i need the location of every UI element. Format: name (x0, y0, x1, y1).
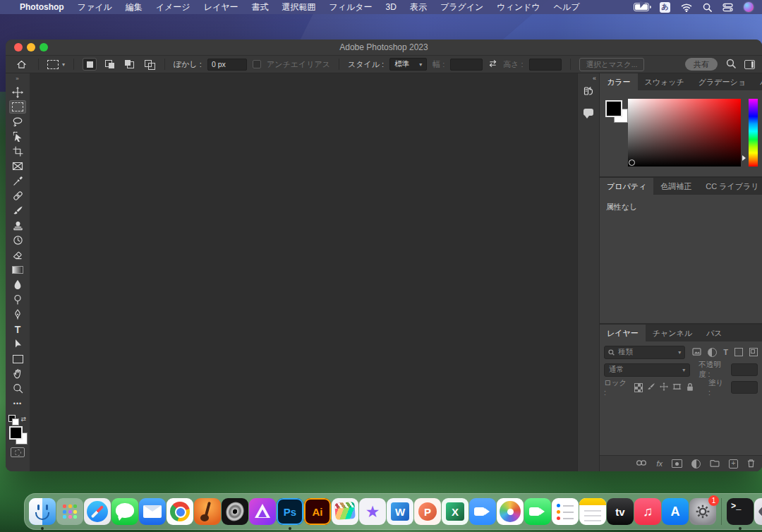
history-brush-tool[interactable] (9, 234, 26, 247)
dock-finder[interactable] (29, 498, 56, 525)
menu-help[interactable]: ヘルプ (554, 1, 580, 13)
dock-facetime[interactable] (524, 498, 551, 525)
panel-foreground-swatch[interactable] (605, 100, 622, 117)
window-titlebar[interactable]: Adobe Photoshop 2023 (6, 40, 762, 56)
tab-paths[interactable]: パス (699, 325, 730, 341)
lasso-tool[interactable] (9, 115, 26, 128)
workspace-switcher-icon[interactable] (744, 60, 755, 69)
expand-panels-button[interactable]: « (593, 75, 595, 82)
lock-all-icon[interactable] (686, 382, 694, 393)
spot-healing-brush-tool[interactable] (9, 189, 26, 202)
dodge-tool[interactable] (9, 293, 26, 306)
filter-pixel-layers-icon[interactable] (692, 348, 701, 357)
new-group-icon[interactable] (710, 459, 720, 468)
dock-safari[interactable] (84, 498, 111, 525)
blend-mode-dropdown[interactable]: 通常▾ (604, 363, 690, 377)
edit-toolbar-button[interactable]: ••• (9, 397, 26, 410)
dock-notes[interactable] (579, 498, 606, 525)
dock-final-cut-pro[interactable] (332, 498, 358, 525)
dock-app-store[interactable]: A (662, 498, 689, 525)
crop-tool[interactable] (9, 145, 26, 158)
home-button[interactable] (13, 58, 30, 71)
battery-icon[interactable] (634, 3, 649, 11)
new-layer-icon[interactable]: + (729, 459, 738, 468)
subtract-from-selection-mode[interactable] (122, 58, 136, 71)
dock-imovie[interactable]: ★ (359, 498, 386, 525)
menu-type[interactable]: 書式 (251, 1, 268, 13)
opacity-input[interactable] (731, 363, 758, 376)
dock-terminal[interactable]: >_ (727, 498, 754, 525)
tab-properties[interactable]: プロパティ (600, 178, 653, 195)
siri-icon[interactable] (744, 2, 754, 12)
zoom-tool[interactable] (9, 382, 26, 395)
antialias-checkbox[interactable] (253, 60, 261, 68)
new-adjustment-layer-icon[interactable] (691, 459, 701, 468)
swap-width-height-icon[interactable] (488, 59, 497, 69)
dock-illustrator[interactable]: Ai (304, 498, 331, 525)
dock-disc-app[interactable] (222, 498, 248, 525)
share-button[interactable]: 共有 (685, 58, 718, 71)
tab-adjustments[interactable]: 色調補正 (653, 178, 698, 195)
color-field-marker[interactable] (629, 159, 635, 166)
menu-edit[interactable]: 編集 (126, 1, 143, 13)
tab-gradients[interactable]: グラデーショ (691, 73, 753, 90)
gradient-tool[interactable] (9, 263, 26, 277)
search-icon[interactable] (703, 3, 712, 12)
width-input[interactable] (450, 59, 483, 71)
tab-color[interactable]: カラー (600, 73, 638, 90)
menu-plugins[interactable]: プラグイン (440, 1, 483, 13)
frame-tool[interactable] (9, 159, 26, 173)
add-to-selection-mode[interactable] (102, 58, 116, 71)
dock-affinity-photo[interactable] (249, 498, 276, 525)
color-field[interactable] (628, 99, 741, 167)
filter-smart-objects-icon[interactable] (749, 348, 758, 356)
layer-filter-search[interactable]: 種類▾ (604, 346, 685, 359)
menu-file[interactable]: ファイル (78, 1, 112, 13)
filter-adjustment-layers-icon[interactable] (708, 348, 717, 357)
object-selection-tool[interactable] (9, 130, 26, 143)
dock-mail[interactable] (139, 498, 166, 525)
lock-position-icon[interactable] (660, 382, 668, 392)
height-input[interactable] (529, 59, 562, 71)
layer-style-icon[interactable]: fx (656, 459, 663, 468)
blur-tool[interactable] (9, 278, 26, 291)
feather-input[interactable]: 0 px (207, 59, 247, 71)
intersect-selection-mode[interactable] (142, 58, 156, 71)
rectangle-tool[interactable] (9, 352, 26, 365)
lock-artboard-icon[interactable] (672, 382, 682, 392)
menu-select[interactable]: 選択範囲 (282, 1, 315, 13)
fill-input[interactable] (731, 381, 758, 394)
clone-stamp-tool[interactable] (9, 219, 26, 232)
quick-mask-button[interactable] (11, 447, 25, 457)
dock-music[interactable]: ♫ (634, 498, 661, 525)
menu-window[interactable]: ウィンドウ (497, 1, 540, 13)
panel-foreground-background-swatches[interactable] (605, 100, 629, 124)
dock-chrome[interactable] (167, 498, 193, 525)
wifi-icon[interactable] (681, 3, 692, 12)
dock-system-settings[interactable]: 1 (689, 498, 716, 525)
type-tool[interactable]: T (9, 322, 26, 336)
dock-word[interactable]: W (387, 498, 413, 525)
dock-apple-tv[interactable]: tv (607, 498, 634, 525)
menu-layer[interactable]: レイヤー (204, 1, 238, 13)
dock-photoshop[interactable]: Ps (277, 498, 303, 525)
menu-filter[interactable]: フィルター (329, 1, 372, 13)
comments-panel-icon[interactable] (581, 104, 596, 120)
delete-layer-icon[interactable] (747, 459, 755, 469)
tool-preset-icon[interactable]: ▾ (47, 60, 65, 69)
dock-photos[interactable] (497, 498, 524, 525)
input-source-icon[interactable]: あ (660, 2, 670, 13)
add-layer-mask-icon[interactable] (672, 459, 682, 468)
rectangular-marquee-tool[interactable] (9, 100, 26, 114)
tab-swatches[interactable]: スウォッチ (638, 73, 691, 90)
foreground-color-swatch[interactable] (9, 426, 23, 440)
move-tool[interactable] (9, 85, 26, 99)
filter-type-layers-icon[interactable]: T (723, 348, 728, 356)
canvas-area[interactable] (30, 73, 579, 471)
style-dropdown[interactable]: 標準▾ (389, 58, 427, 71)
dock-garageband[interactable] (194, 498, 221, 525)
menu-3d[interactable]: 3D (386, 2, 397, 12)
dock-reminders[interactable] (552, 498, 579, 525)
dock-launchpad[interactable] (56, 498, 83, 525)
eyedropper-tool[interactable] (9, 174, 26, 188)
